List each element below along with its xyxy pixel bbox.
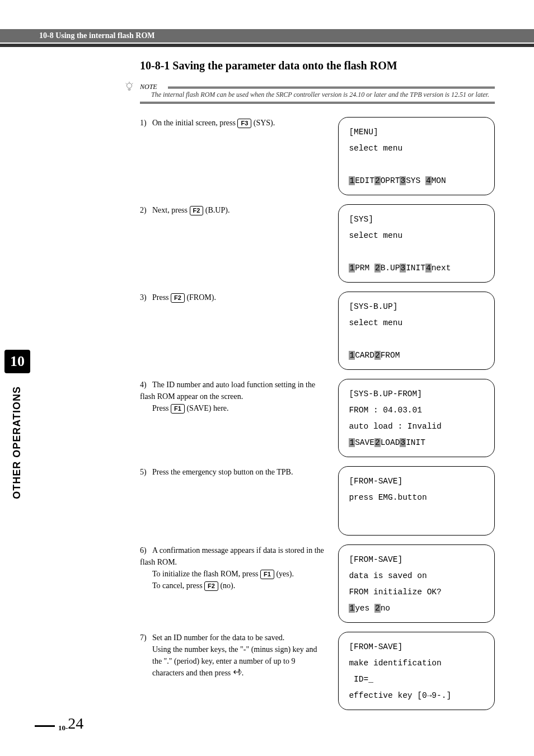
step-5: 5)Press the emergency stop button on the… [140,466,495,536]
note-text: The internal flash ROM can be used when … [140,88,495,102]
step-4-after: (SAVE) here. [185,404,229,412]
screen-7: [FROM-SAVE] make identification ID=_ eff… [338,632,495,710]
step-2: 2)Next, press F2 (B.UP). [SYS] select me… [140,204,495,283]
step-4-text: 4)The ID number and auto load function s… [140,379,338,414]
step-5-text: 5)Press the emergency stop button on the… [140,466,338,478]
chapter-tab: 10 [4,350,30,373]
step-3-text: 3)Press F2 (FROM). [140,292,338,303]
chapter-label: OTHER OPERATIONS [11,386,23,499]
step-7-num: 7) [140,632,152,644]
step-3: 3)Press F2 (FROM). [SYS-B.UP] select men… [140,292,495,370]
step-2-after: (B.UP). [203,206,229,214]
step-4-line1: The ID number and auto load function set… [140,381,315,401]
breadcrumb: 10-8 Using the internal flash ROM [0,29,534,43]
note-label: NOTE [140,83,161,91]
f1-key-b: F1 [260,570,274,579]
step-4-before: Press [152,404,171,412]
screen-3: [SYS-B.UP] select menu 1CARD2FROM [338,292,495,370]
step-4-num: 4) [140,379,152,391]
step-7-text: 7)Set an ID number for the data to be sa… [140,632,338,679]
f2-key-b: F2 [171,293,185,303]
step-4: 4)The ID number and auto load function s… [140,379,495,457]
step-2-num: 2) [140,204,152,216]
step-7-line1: Set an ID number for the data to be save… [152,633,284,642]
note-rule-bottom [140,102,495,104]
step-1-num: 1) [140,117,152,129]
step-2-text: 2)Next, press F2 (B.UP). [140,204,338,216]
screen-6: [FROM-SAVE] data is saved on FROM initia… [338,544,495,623]
step-7: 7)Set an ID number for the data to be sa… [140,632,495,710]
step-1-text: 1)On the initial screen, press F3 (SYS). [140,117,338,129]
step-6-l2a: (yes). [274,570,294,578]
step-5-num: 5) [140,466,152,478]
step-6-line1: A confirmation message appears if data i… [140,546,324,566]
screen-5: [FROM-SAVE] press EMG.button [338,466,495,536]
page-rule [35,725,55,727]
step-5-plain: Press the emergency stop button on the T… [152,468,293,476]
f2-key: F2 [190,206,204,215]
step-6-l3b: To cancel, press [152,581,204,590]
screen-4: [SYS-B.UP-FROM] FROM : 04.03.01 auto loa… [338,379,495,457]
step-6-num: 6) [140,544,152,556]
screen-2: [SYS] select menu 1PRM 2B.UP3INIT4next [338,204,495,283]
note-block: NOTE The internal flash ROM can be used … [140,82,495,104]
svg-line-5 [132,83,133,84]
step-2-before: Next, press [152,206,190,214]
step-1-before: On the initial screen, press [152,119,237,127]
step-6-l2b: To initialize the flash ROM, press [152,570,260,578]
main-content: 10-8-1 Saving the parameter data onto th… [140,59,495,710]
screen-1: [MENU] select menu 1EDIT2OPRT3SYS 4MON [338,117,495,195]
f2-key-c: F2 [204,581,218,591]
step-1: 1)On the initial screen, press F3 (SYS).… [140,117,495,195]
page-footer: 10-24 [35,715,83,732]
step-6: 6)A confirmation message appears if data… [140,544,495,623]
step-3-after: (FROM). [185,293,216,302]
page-prefix: 10- [58,724,68,732]
section-title: 10-8-1 Saving the parameter data onto th… [140,59,495,72]
step-3-num: 3) [140,292,152,303]
step-6-l3a: (no). [218,581,235,590]
f1-key: F1 [171,404,185,414]
step-7-line2-after: . [242,669,244,677]
page-number: 24 [68,715,83,732]
step-6-text: 6)A confirmation message appears if data… [140,544,338,591]
header-divider [0,44,534,47]
step-3-before: Press [152,293,171,302]
enter-icon [233,668,242,679]
step-1-after: (SYS). [251,119,275,127]
lightbulb-icon [124,81,134,91]
f3-key: F3 [237,119,251,128]
svg-marker-6 [239,669,241,675]
svg-line-4 [126,83,127,84]
svg-point-0 [127,83,132,88]
